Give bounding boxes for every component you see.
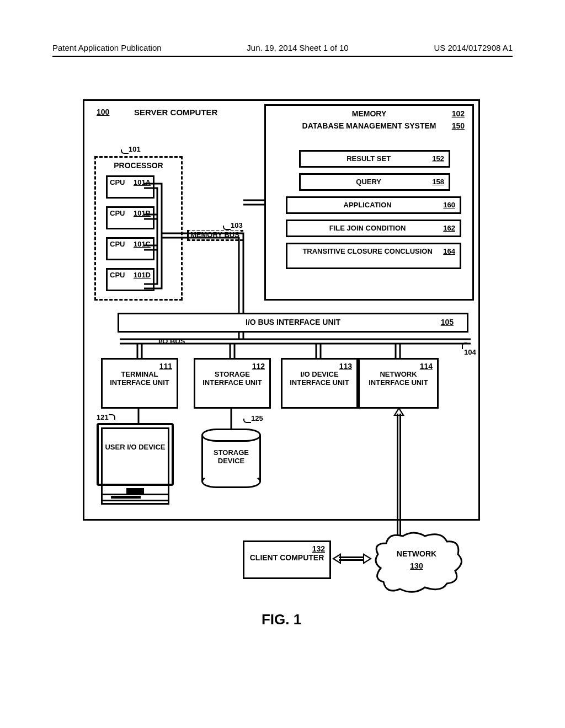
processor-title: PROCESSOR bbox=[96, 161, 181, 170]
io-bus-label: I/O BUS bbox=[156, 337, 187, 345]
terminal-interface-unit: 111TERMINAL INTERFACE UNIT bbox=[101, 358, 178, 409]
figure-label: FIG. 1 bbox=[83, 611, 480, 628]
cpu-101a: CPU101A bbox=[106, 175, 154, 199]
network-label: NETWORK bbox=[370, 549, 463, 558]
network-cloud: NETWORK 130 bbox=[370, 529, 463, 596]
file-join-box: FILE JOIN CONDITION162 bbox=[286, 220, 461, 237]
processor-box: PROCESSOR CPU101A CPU101B CPU101C CPU101… bbox=[94, 156, 183, 301]
memory-box: MEMORY 102 DATABASE MANAGEMENT SYSTEM 15… bbox=[264, 104, 474, 301]
ref-121: 121 bbox=[97, 413, 109, 421]
cpu-101b: CPU101B bbox=[106, 206, 154, 229]
page-header: Patent Application Publication Jun. 19, … bbox=[52, 43, 513, 52]
ref-104: 104 bbox=[464, 348, 476, 356]
memory-title: MEMORY bbox=[266, 109, 472, 118]
dbms-label: DATABASE MANAGEMENT SYSTEM bbox=[275, 121, 463, 130]
diagram: 100 SERVER COMPUTER 101 PROCESSOR CPU101… bbox=[83, 99, 480, 651]
result-set-box: RESULT SET152 bbox=[299, 150, 450, 168]
io-device-interface-unit: 113I/O DEVICE INTERFACE UNIT bbox=[281, 358, 358, 409]
query-box: QUERY158 bbox=[299, 173, 450, 191]
header-left: Patent Application Publication bbox=[52, 43, 162, 52]
server-title: SERVER COMPUTER bbox=[134, 108, 217, 117]
memory-bus-label: MEMORY BUS bbox=[189, 231, 241, 239]
ref-150: 150 bbox=[452, 121, 465, 130]
ref-125: 125 bbox=[251, 414, 263, 422]
ref-102: 102 bbox=[452, 109, 465, 118]
ref-105: 105 bbox=[441, 318, 454, 326]
server-computer-box: 100 SERVER COMPUTER 101 PROCESSOR CPU101… bbox=[83, 99, 480, 521]
storage-device: STORAGE DEVICE bbox=[201, 429, 261, 488]
header-right: US 2014/0172908 A1 bbox=[434, 43, 513, 52]
io-bus-interface-unit: I/O BUS INTERFACE UNIT 105 bbox=[118, 313, 468, 333]
ref-132: 132 bbox=[312, 544, 325, 553]
header-center: Jun. 19, 2014 Sheet 1 of 10 bbox=[247, 43, 348, 52]
ref-101: 101 bbox=[129, 145, 141, 153]
ref-103: 103 bbox=[231, 221, 243, 229]
client-network-arrow bbox=[332, 555, 372, 563]
header-rule bbox=[52, 56, 513, 57]
network-interface-unit: 114NETWORK INTERFACE UNIT bbox=[358, 358, 439, 409]
ref-130: 130 bbox=[370, 561, 463, 570]
storage-interface-unit: 112STORAGE INTERFACE UNIT bbox=[194, 358, 271, 409]
cpu-101d: CPU101D bbox=[106, 268, 154, 291]
user-io-device: USER I/O DEVICE bbox=[97, 423, 174, 509]
transitive-box: TRANSITIVE CLOSURE CONCLUSION164 bbox=[286, 243, 461, 269]
cpu-101c: CPU101C bbox=[106, 237, 154, 260]
client-computer-box: 132 CLIENT COMPUTER bbox=[243, 540, 331, 579]
application-box: APPLICATION160 bbox=[286, 196, 461, 214]
ref-100: 100 bbox=[97, 108, 109, 116]
